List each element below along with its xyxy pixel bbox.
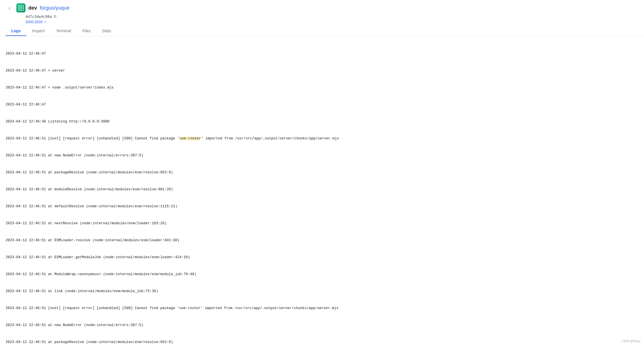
copy-icon[interactable]: ⧉	[54, 14, 56, 19]
back-button[interactable]: ‹	[6, 4, 14, 12]
log-line: 2023-04-12 22:46:51 at defaultResolve (n…	[6, 204, 638, 209]
log-line: 2023-04-12 22:46:47 > node .output/serve…	[6, 85, 638, 90]
log-line: 2023-04-12 22:46:51 at new NodeError (no…	[6, 153, 638, 158]
commit-row: 4d7c3de4c98a ⧉	[25, 14, 638, 19]
log-line: 2023-04-12 22:46:51 at ModuleWrap.<anony…	[6, 271, 638, 277]
log-line: 2023-04-12 22:46:48 Listening http://0.0…	[6, 119, 638, 124]
log-line: 2023-04-12 22:46:47 > server	[6, 68, 638, 74]
log-line: 2023-04-12 22:46:51 at nextResolve (node…	[6, 221, 638, 226]
log-line: 2023-04-12 22:46:51 at link (node:intern…	[6, 288, 638, 294]
log-line: 2023-04-12 22:46:51 at moduleResolve (no…	[6, 187, 638, 192]
external-link-icon: ↗	[44, 20, 46, 24]
log-line: 2023-04-12 22:46:51 at packageResolve (n…	[6, 170, 638, 175]
tab-logs[interactable]: Logs	[6, 26, 26, 36]
log-line: 2023-04-12 22:46:47	[6, 51, 638, 57]
port-link-row: 3000:3000 ↗	[25, 20, 638, 24]
port-link[interactable]: 3000:3000	[25, 20, 43, 24]
log-line: 2023-04-12 22:46:51 at ESMLoader.resolve…	[6, 238, 638, 243]
header: ‹ dev forguo/yuque 4d7c3de4c98a ⧉ 3000:3…	[0, 0, 644, 36]
log-line: 2023-04-12 22:46:51 at packageResolve (n…	[6, 339, 638, 345]
highlight-vue-router: vue-router	[179, 137, 201, 141]
log-line: 2023-04-12 22:46:47	[6, 102, 638, 107]
tab-terminal[interactable]: Terminal	[51, 26, 77, 36]
commit-id: 4d7c3de4c98a	[25, 14, 52, 19]
log-line-error: 2023-04-12 22:46:51 [nuxt] [request erro…	[6, 136, 638, 141]
tab-stats[interactable]: Stats	[96, 26, 117, 36]
tab-files[interactable]: Files	[77, 26, 97, 36]
app-repo-link[interactable]: forguo/yuque	[40, 5, 69, 11]
watermark: CSDN @Togus	[621, 340, 641, 343]
tab-inspect[interactable]: Inspect	[26, 26, 50, 36]
app-icon	[16, 3, 25, 12]
log-line-error2: 2023-04-12 22:46:51 [nuxt] [request erro…	[6, 305, 638, 311]
app-icon-graphic	[18, 5, 24, 11]
log-line: 2023-04-12 22:46:51 at ESMLoader.getModu…	[6, 255, 638, 260]
logs-panel: 2023-04-12 22:46:47 2023-04-12 22:46:47 …	[0, 36, 644, 345]
app-title: dev	[28, 5, 37, 11]
header-top: ‹ dev forguo/yuque	[6, 3, 638, 12]
tabs-bar: Logs Inspect Terminal Files Stats	[6, 26, 638, 36]
log-line: 2023-04-12 22:46:51 at new NodeError (no…	[6, 322, 638, 328]
